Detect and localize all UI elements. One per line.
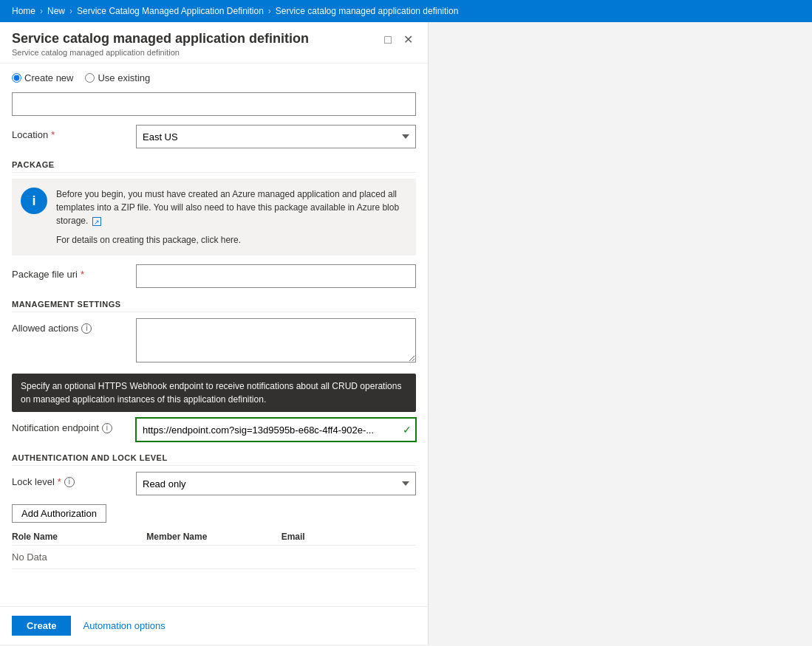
chevron-icon-2: › — [69, 6, 72, 16]
package-uri-input-wrapper — [136, 264, 416, 288]
required-indicator-3: * — [58, 476, 61, 487]
panel-footer: Create Automation options — [0, 606, 428, 645]
lock-level-label: Lock level * i — [12, 472, 130, 487]
location-field: Location * East US — [12, 125, 416, 148]
nav-service-catalog[interactable]: Service Catalog Managed Application Defi… — [77, 6, 264, 16]
nav-home[interactable]: Home — [12, 6, 35, 16]
required-indicator: * — [51, 129, 55, 140]
location-select[interactable]: East US — [136, 125, 416, 148]
required-indicator-2: * — [81, 269, 84, 280]
col-member-name: Member Name — [146, 532, 281, 542]
location-label: Location * — [12, 125, 130, 140]
notification-info-icon[interactable]: i — [102, 423, 112, 433]
allowed-actions-label: Allowed actions i — [12, 318, 130, 334]
nav-new[interactable]: New — [47, 6, 65, 16]
package-uri-input[interactable] — [136, 264, 416, 288]
use-existing-radio-input[interactable] — [85, 73, 95, 83]
create-new-label: Create new — [24, 72, 73, 83]
allowed-actions-input-wrapper — [136, 318, 416, 365]
create-new-radio[interactable]: Create new — [12, 72, 73, 83]
resource-group-radio: Create new Use existing — [12, 72, 416, 83]
chevron-icon: › — [40, 6, 43, 16]
info-text-2: For details on creating this package, cl… — [56, 233, 407, 247]
close-button[interactable]: ✕ — [400, 31, 416, 48]
col-role-name: Role Name — [12, 532, 146, 542]
panel-content: Create new Use existing Location * East … — [0, 63, 428, 606]
right-panel — [429, 22, 812, 645]
lock-level-field: Lock level * i None CanNotDelete Read on… — [12, 472, 416, 495]
location-input-wrapper: East US — [136, 125, 416, 148]
external-link-icon: ↗ — [92, 217, 101, 226]
management-section-header: MANAGEMENT SETTINGS — [12, 300, 416, 312]
package-uri-field: Package file uri * — [12, 264, 416, 288]
add-authorization-button[interactable]: Add Authorization — [12, 504, 106, 523]
info-icon: i — [21, 188, 47, 214]
allowed-actions-info-icon[interactable]: i — [81, 323, 92, 334]
use-existing-label: Use existing — [98, 72, 150, 83]
notification-endpoint-input[interactable] — [136, 418, 416, 441]
notification-endpoint-input-wrapper: ✓ — [136, 418, 416, 441]
nav-current: Service catalog managed application defi… — [276, 6, 459, 16]
lock-level-input-wrapper: None CanNotDelete Read only — [136, 472, 416, 495]
table-header: Role Name Member Name Email — [12, 529, 416, 546]
lock-level-info-icon[interactable]: i — [64, 477, 75, 487]
breadcrumb: Home › New › Service Catalog Managed App… — [0, 0, 812, 22]
lock-level-select[interactable]: None CanNotDelete Read only — [136, 472, 416, 495]
allowed-actions-field: Allowed actions i — [12, 318, 416, 365]
create-button[interactable]: Create — [12, 616, 71, 636]
panel-subtitle: Service catalog managed application defi… — [12, 48, 309, 57]
resource-group-input[interactable] — [12, 92, 416, 116]
package-uri-label: Package file uri * — [12, 264, 130, 280]
table-no-data: No Data — [12, 546, 416, 569]
chevron-icon-3: › — [268, 6, 271, 16]
minimize-button[interactable]: □ — [381, 31, 395, 48]
use-existing-radio[interactable]: Use existing — [85, 72, 150, 83]
col-email: Email — [282, 532, 416, 542]
valid-check-icon: ✓ — [403, 424, 412, 436]
panel-title: Service catalog managed application defi… — [12, 31, 309, 47]
package-section-header: PACKAGE — [12, 160, 416, 173]
allowed-actions-textarea[interactable] — [136, 318, 416, 362]
automation-options-link[interactable]: Automation options — [83, 620, 165, 631]
notification-endpoint-field: Notification endpoint i ✓ — [12, 418, 416, 441]
auth-section-header: AUTHENTICATION AND LOCK LEVEL — [12, 453, 416, 466]
create-new-radio-input[interactable] — [12, 73, 21, 83]
info-text-1: Before you begin, you must have created … — [56, 188, 407, 227]
tooltip-box: Specify an optional HTTPS Webhook endpoi… — [12, 374, 416, 412]
notification-endpoint-label: Notification endpoint i — [12, 418, 130, 433]
panel-header: Service catalog managed application defi… — [0, 22, 428, 63]
info-box: i Before you begin, you must have create… — [12, 179, 416, 255]
form-panel: Service catalog managed application defi… — [0, 22, 429, 645]
